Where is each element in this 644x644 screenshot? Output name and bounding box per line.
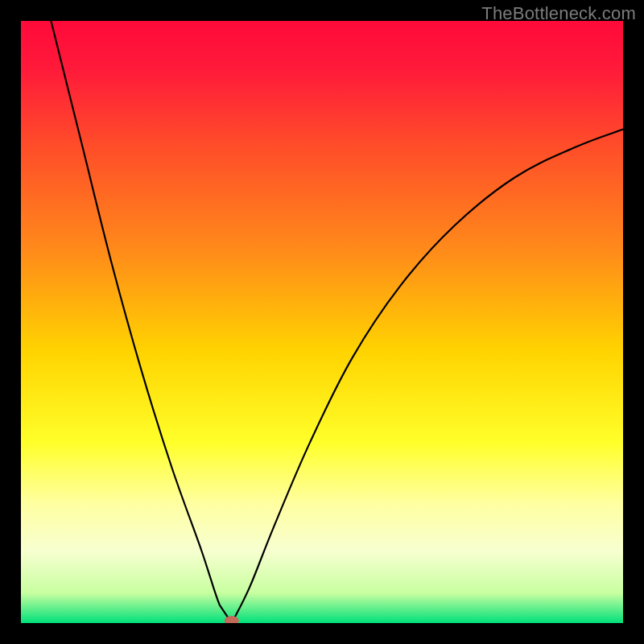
plot-area bbox=[21, 21, 623, 623]
chart-frame: TheBottleneck.com bbox=[0, 0, 644, 644]
chart-svg bbox=[21, 21, 623, 623]
gradient-background bbox=[21, 21, 623, 623]
